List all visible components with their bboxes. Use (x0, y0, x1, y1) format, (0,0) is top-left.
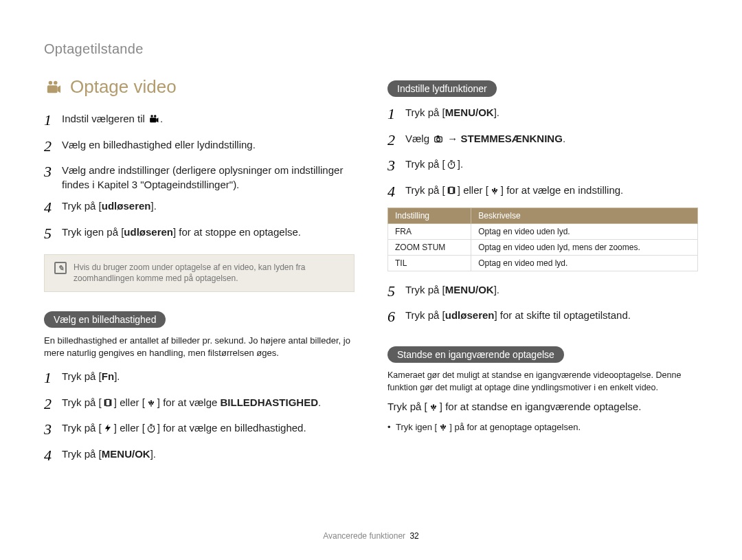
right-sub3-intro: Kameraet gør det muligt at standse en ig… (387, 370, 698, 394)
note-box: ✎ Hvis du bruger zoom under optagelse af… (44, 254, 355, 291)
right-sub2a-steps: 1Tryk på [MENU/OK].2Vælg → STEMMESÆNKNIN… (387, 104, 698, 202)
table-header-description: Beskrivelse (471, 208, 698, 223)
step-item: 4Tryk på [udløseren]. (44, 197, 355, 218)
step-number: 3 (44, 419, 62, 440)
step-body: Tryk på [udløseren]. (62, 197, 157, 218)
flower-down-icon (146, 398, 157, 407)
right-sub3-bullet-body: Tryk igen [] på for at genoptage optagel… (396, 422, 581, 432)
flower-down-icon (489, 186, 500, 195)
right-sub3-bullet: • Tryk igen [] på for at genoptage optag… (387, 422, 698, 432)
step-body: Tryk på [MENU/OK]. (405, 281, 499, 302)
step-body: Vælg en billedhastighed eller lydindstil… (62, 136, 256, 157)
macro-left-icon (446, 186, 457, 195)
step-number: 2 (44, 394, 62, 414)
step-body: Vælg → STEMMESÆNKNING. (405, 130, 565, 150)
table-cell-setting: FRA (388, 223, 471, 239)
page-heading-text: Optage video (70, 76, 177, 98)
step-number: 4 (44, 197, 62, 218)
right-sub3-line: Tryk på [] for at standse en igangværend… (387, 399, 698, 414)
step-item: 3Tryk på []. (387, 155, 698, 176)
step-body: Tryk igen på [udløseren] for at stoppe e… (62, 223, 301, 244)
table-cell-description: Optag en video med lyd. (471, 255, 698, 271)
page-heading: Optage video (44, 76, 355, 98)
timer-icon (146, 423, 157, 433)
left-column: Optage video 1Indstil vælgeren til .2Væl… (44, 76, 355, 471)
step-number: 5 (44, 223, 62, 244)
step-body: Indstil vælgeren til . (62, 110, 163, 131)
step-body: Vælg andre indstillinger (derligere oply… (62, 161, 355, 192)
step-item: 5Tryk på [MENU/OK]. (387, 281, 698, 302)
step-body: Tryk på []. (405, 155, 463, 176)
settings-table: Indstilling Beskrivelse FRAOptag en vide… (387, 208, 698, 271)
videocam-small-icon (148, 114, 159, 124)
step-item: 2Vælg → STEMMESÆNKNING. (387, 130, 698, 150)
videocam-icon (44, 80, 63, 95)
step-number: 6 (387, 306, 405, 327)
right-sub2-pill: Indstille lydfunktioner (387, 80, 497, 97)
step-item: 6Tryk på [udløseren] for at skifte til o… (387, 306, 698, 327)
left-main-steps: 1Indstil vælgeren til .2Vælg en billedha… (44, 110, 355, 243)
flower-down-icon (438, 422, 449, 432)
step-number: 2 (44, 136, 62, 157)
table-header-setting: Indstilling (388, 208, 471, 223)
step-body: Tryk på [MENU/OK]. (405, 104, 499, 124)
footer-page: 32 (409, 531, 418, 541)
step-item: 4Tryk på [] eller [] for at vælge en ind… (387, 181, 698, 202)
step-item: 3Tryk på [] eller [] for at vælge en bil… (44, 419, 355, 440)
step-item: 4Tryk på [MENU/OK]. (44, 445, 355, 466)
table-cell-setting: ZOOM STUM (388, 239, 471, 255)
camera-icon (433, 134, 444, 144)
step-body: Tryk på [Fn]. (62, 368, 120, 388)
right-column: Indstille lydfunktioner 1Tryk på [MENU/O… (387, 76, 698, 471)
macro-left-icon (102, 398, 113, 407)
step-number: 1 (387, 104, 405, 124)
note-icon: ✎ (54, 262, 67, 274)
step-item: 1Tryk på [Fn]. (44, 368, 355, 388)
table-cell-description: Optag en video uden lyd. (471, 223, 698, 239)
step-item: 5Tryk igen på [udløseren] for at stoppe … (44, 223, 355, 244)
note-text: Hvis du bruger zoom under optagelse af e… (74, 262, 344, 284)
step-item: 1Tryk på [MENU/OK]. (387, 104, 698, 124)
right-sub2b-steps: 5Tryk på [MENU/OK].6Tryk på [udløseren] … (387, 281, 698, 327)
table-row: TILOptag en video med lyd. (388, 255, 698, 271)
flash-icon (102, 423, 113, 433)
page-footer: Avancerede funktioner 32 (0, 531, 742, 541)
table-cell-setting: TIL (388, 255, 471, 271)
step-body: Tryk på [] eller [] for at vælge en bill… (62, 419, 306, 440)
table-row: ZOOM STUMOptag en video uden lyd, mens d… (388, 239, 698, 255)
step-body: Tryk på [MENU/OK]. (62, 445, 156, 466)
flower-down-icon (428, 402, 439, 412)
step-item: 2Vælg en billedhastighed eller lydindsti… (44, 136, 355, 157)
footer-label: Avancerede funktioner (323, 531, 405, 541)
table-cell-description: Optag en video uden lyd, mens der zoomes… (471, 239, 698, 255)
timer-icon (446, 159, 457, 169)
step-number: 5 (387, 281, 405, 302)
right-sub3-pill: Standse en igangværende optagelse (387, 346, 564, 363)
step-number: 1 (44, 110, 62, 131)
step-body: Tryk på [] eller [] for at vælge BILLEDH… (62, 394, 321, 414)
left-sub1-steps: 1Tryk på [Fn].2Tryk på [] eller [] for a… (44, 368, 355, 466)
step-number: 4 (44, 445, 62, 466)
table-row: FRAOptag en video uden lyd. (388, 223, 698, 239)
left-sub1-intro: En billedhastighed er antallet af billed… (44, 335, 355, 359)
step-number: 2 (387, 130, 405, 150)
step-number: 3 (44, 161, 62, 192)
step-body: Tryk på [] eller [] for at vælge en inds… (405, 181, 623, 202)
step-number: 4 (387, 181, 405, 202)
step-number: 3 (387, 155, 405, 176)
step-body: Tryk på [udløseren] for at skifte til op… (405, 306, 631, 327)
section-title: Optagetilstande (44, 41, 698, 57)
left-sub1-pill: Vælg en billedhastighed (44, 311, 166, 328)
step-number: 1 (44, 368, 62, 388)
step-item: 1Indstil vælgeren til . (44, 110, 355, 131)
step-item: 2Tryk på [] eller [] for at vælge BILLED… (44, 394, 355, 414)
step-item: 3Vælg andre indstillinger (derligere opl… (44, 161, 355, 192)
